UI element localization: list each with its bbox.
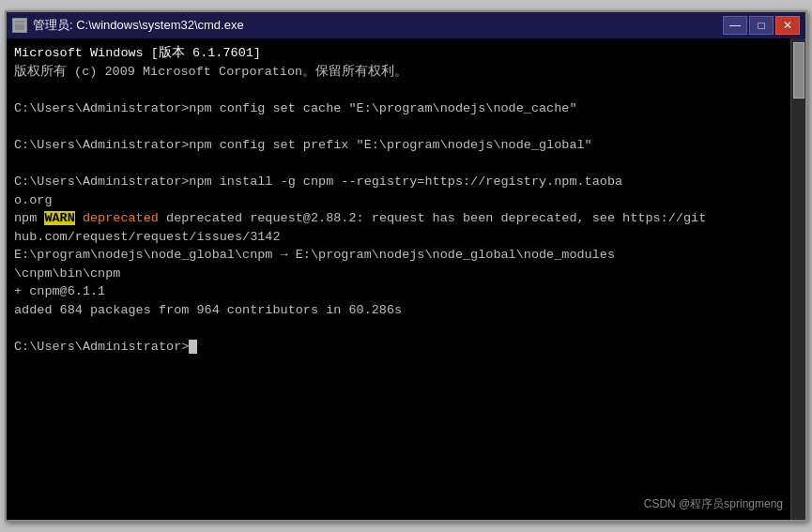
deprecated-text: deprecated: [75, 211, 159, 225]
watermark: CSDN @程序员springmeng: [644, 496, 783, 512]
line-4: C:\Users\Administrator>npm config set ca…: [14, 99, 798, 118]
cursor: [189, 340, 197, 354]
line-13: \cnpm\bin\cnpm: [14, 265, 798, 283]
terminal-body[interactable]: Microsoft Windows [版本 6.1.7601] 版权所有 (c)…: [7, 38, 805, 520]
line-3: [14, 81, 798, 99]
line-11: hub.com/request/request/issues/3142: [14, 228, 798, 247]
svg-rect-0: [14, 20, 25, 31]
line-5: [14, 117, 798, 136]
line-6: C:\Users\Administrator>npm config set pr…: [14, 136, 798, 155]
window-controls: — □ ✕: [723, 16, 800, 35]
line-17: C:\Users\Administrator>: [14, 338, 798, 357]
line-9: o.org: [14, 191, 798, 210]
close-button[interactable]: ✕: [775, 16, 800, 35]
line-15: added 684 packages from 964 contributors…: [14, 301, 798, 320]
line-8: C:\Users\Administrator>npm install -g cn…: [14, 173, 798, 191]
window-icon: [12, 18, 27, 33]
window-title: 管理员: C:\windows\system32\cmd.exe: [33, 17, 244, 34]
line-10: npm WARN deprecated deprecated request@2…: [14, 209, 798, 228]
scrollbar-thumb[interactable]: [793, 42, 804, 99]
maximize-button[interactable]: □: [749, 16, 774, 35]
line-7: [14, 154, 798, 173]
titlebar-left: 管理员: C:\windows\system32\cmd.exe: [12, 17, 244, 34]
titlebar: 管理员: C:\windows\system32\cmd.exe — □ ✕: [7, 12, 805, 38]
cmd-window: 管理员: C:\windows\system32\cmd.exe — □ ✕ M…: [5, 10, 807, 522]
line-14: + cnpm@6.1.1: [14, 282, 798, 301]
warn-badge: WARN: [44, 211, 74, 225]
line-16: [14, 319, 798, 338]
minimize-button[interactable]: —: [723, 16, 747, 35]
line-1: Microsoft Windows [版本 6.1.7601]: [14, 44, 798, 63]
scrollbar[interactable]: [790, 38, 805, 520]
line-12: E:\program\nodejs\node_global\cnpm → E:\…: [14, 246, 798, 265]
line-2: 版权所有 (c) 2009 Microsoft Corporation。保留所有…: [14, 63, 798, 82]
